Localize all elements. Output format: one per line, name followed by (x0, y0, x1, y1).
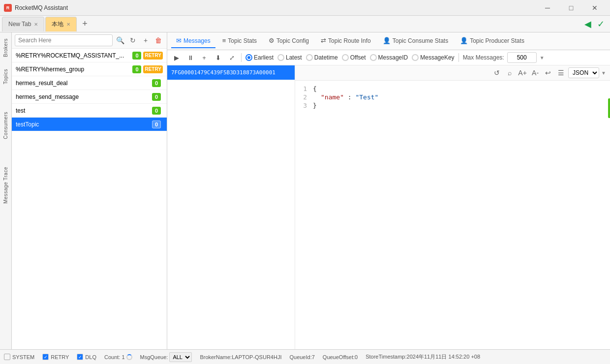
nav-tab-topic-producer-label: Topic Producer Stats (470, 37, 524, 44)
max-messages-input[interactable] (507, 52, 537, 63)
wrap-button[interactable]: ↩ (543, 67, 553, 78)
sidebar-item-brokers[interactable]: Brokers (0, 34, 12, 61)
radio-earliest[interactable]: Earliest (245, 54, 274, 61)
dlq-label: DLQ (85, 354, 96, 360)
main-layout: Brokers Topics Consumers Message Trace 🔍… (0, 32, 610, 349)
close-button[interactable]: ✕ (583, 0, 606, 15)
expand-button[interactable]: ⤢ (226, 52, 237, 63)
radio-group-mode: Earliest Latest Datetime Offset MessageI… (245, 54, 455, 61)
topic-item-3[interactable]: hermes_send_message0 (12, 90, 167, 104)
nav-tab-topic-stats[interactable]: ≡ Topic Stats (217, 34, 262, 48)
radio-messagekey-dot (412, 54, 419, 61)
add-topic-button[interactable]: + (140, 35, 151, 46)
topic-config-icon: ⚙ (269, 37, 274, 44)
topic-name-2: hermes_result_deal (16, 80, 152, 87)
radio-messageid[interactable]: MessageID (370, 54, 408, 61)
search-input[interactable] (15, 34, 113, 46)
topic-item-5[interactable]: testTopic0 (12, 118, 167, 131)
play-button[interactable]: ▶ (171, 52, 182, 63)
nav-tab-messages[interactable]: ✉ Messages (171, 34, 215, 48)
nav-tab-topic-producer[interactable]: 👤 Topic Producer Stats (455, 34, 529, 48)
retry-filter[interactable]: ✓ RETRY (42, 354, 69, 360)
tab-new-tab-close[interactable]: ✕ (34, 22, 38, 27)
retry-checkbox: ✓ (42, 354, 49, 360)
nav-tab-topic-consume-label: Topic Consume Stats (393, 37, 448, 44)
topic-item-0[interactable]: %RETRY%ROCKETMQ_ASSISTANT_...0RETRY (12, 49, 167, 62)
radio-messageid-dot (370, 54, 377, 61)
refresh-json-button[interactable]: ↺ (491, 67, 502, 78)
count-value: 1 (122, 354, 124, 360)
nav-tab-topic-config-label: Topic Config (276, 37, 309, 44)
topic-item-2[interactable]: hermes_result_deal0 (12, 76, 167, 90)
search-button[interactable]: 🔍 (115, 35, 125, 46)
message-content: 7FG00001479C439F5B3D318873A00001 ↺ ⌕ A+ … (167, 65, 610, 349)
topic-name-3: hermes_send_message (16, 93, 152, 100)
add-message-button[interactable]: + (199, 52, 210, 63)
minimize-button[interactable]: ─ (536, 0, 559, 15)
tab-bar-right: ◀ ✓ (582, 19, 610, 30)
nav-next-button[interactable]: ✓ (595, 19, 606, 30)
sidebar-item-topics[interactable]: Topics (0, 65, 12, 88)
nav-prev-button[interactable]: ◀ (582, 19, 593, 30)
search-json-button[interactable]: ⌕ (504, 67, 515, 78)
topic-item-4[interactable]: test0 (12, 104, 167, 118)
nav-tab-topic-consume[interactable]: 👤 Topic Consume Stats (378, 34, 453, 48)
add-tab-button[interactable]: + (78, 17, 92, 31)
nav-tab-messages-label: Messages (183, 37, 211, 44)
view-mode-button[interactable]: ☰ (555, 67, 566, 78)
topic-count-badge-2: 0 (152, 79, 161, 87)
radio-messagekey[interactable]: MessageKey (412, 54, 454, 61)
pause-button[interactable]: ⏸ (185, 52, 196, 63)
topic-count-badge-1: 0 (132, 65, 141, 73)
line-num-3: 3 (299, 102, 307, 109)
json-viewer-toolbar: ↺ ⌕ A+ A- ↩ ☰ JSON Raw ▼ (295, 65, 610, 81)
status-bar: SYSTEM ✓ RETRY ✓ DLQ Count: 1 MsgQueue: … (0, 349, 610, 364)
tab-local-close[interactable]: ✕ (66, 22, 70, 27)
tab-local-label: 本地 (52, 20, 63, 29)
topic-name-4: test (16, 107, 152, 114)
tab-new-tab-label: New Tab (8, 21, 31, 28)
font-decrease-button[interactable]: A- (530, 67, 541, 78)
dlq-filter[interactable]: ✓ DLQ (77, 354, 96, 360)
sidebar-brokers-label: Brokers (3, 38, 8, 57)
system-filter[interactable]: SYSTEM (4, 354, 34, 360)
json-line-3: 3 } (299, 101, 606, 110)
max-messages-dropdown[interactable]: ▼ (540, 55, 545, 61)
radio-offset[interactable]: Offset (342, 54, 366, 61)
font-increase-button[interactable]: A+ (517, 67, 528, 78)
nav-tab-topic-config[interactable]: ⚙ Topic Config (264, 34, 314, 48)
nav-tab-topic-route-label: Topic Route Info (328, 37, 371, 44)
tab-local[interactable]: 本地 ✕ (45, 17, 77, 31)
delete-topic-button[interactable]: 🗑 (153, 35, 164, 46)
msgqueue-select[interactable]: ALL (169, 352, 192, 362)
broker-name-label: BrokerName:LAPTOP-QSUR4HJI (200, 354, 281, 360)
topic-list-items: %RETRY%ROCKETMQ_ASSISTANT_...0RETRY%RETR… (12, 49, 167, 131)
tab-new-tab[interactable]: New Tab ✕ (2, 17, 44, 31)
queue-offset-label: QueueOffset:0 (323, 354, 358, 360)
message-item[interactable]: 7FG00001479C439F5B3D318873A00001 (167, 65, 295, 80)
format-select[interactable]: JSON Raw (568, 67, 599, 78)
window-controls: ─ □ ✕ (536, 0, 606, 15)
tab-bar: New Tab ✕ 本地 ✕ + ◀ ✓ (0, 16, 610, 32)
json-brace-close: } (313, 102, 317, 109)
topic-count-badge-4: 0 (152, 107, 161, 115)
refresh-button[interactable]: ↻ (127, 35, 138, 46)
content-area: ✉ Messages ≡ Topic Stats ⚙ Topic Config … (167, 32, 610, 349)
filter-button[interactable]: ⬇ (213, 52, 223, 63)
topic-name-1: %RETRY%hermes_group (16, 66, 132, 73)
topic-item-1[interactable]: %RETRY%hermes_group0RETRY (12, 62, 167, 76)
topic-count-badge-0: 0 (132, 52, 141, 60)
nav-tabs: ✉ Messages ≡ Topic Stats ⚙ Topic Config … (167, 32, 610, 50)
radio-latest[interactable]: Latest (277, 54, 302, 61)
maximize-button[interactable]: □ (560, 0, 582, 15)
sidebar-item-consumers[interactable]: Consumers (0, 108, 12, 143)
format-dropdown-arrow[interactable]: ▼ (601, 70, 606, 76)
topic-list-panel: 🔍 ↻ + 🗑 %RETRY%ROCKETMQ_ASSISTANT_...0RE… (12, 32, 167, 349)
queue-id-status: QueueId:7 (289, 354, 314, 360)
radio-datetime[interactable]: Datetime (306, 54, 338, 61)
sidebar-message-trace-label: Message Trace (3, 167, 8, 204)
queue-id-label: QueueId:7 (289, 354, 314, 360)
radio-offset-dot (342, 54, 349, 61)
sidebar-item-message-trace[interactable]: Message Trace (0, 163, 12, 208)
nav-tab-topic-route[interactable]: ⇄ Topic Route Info (316, 34, 376, 48)
